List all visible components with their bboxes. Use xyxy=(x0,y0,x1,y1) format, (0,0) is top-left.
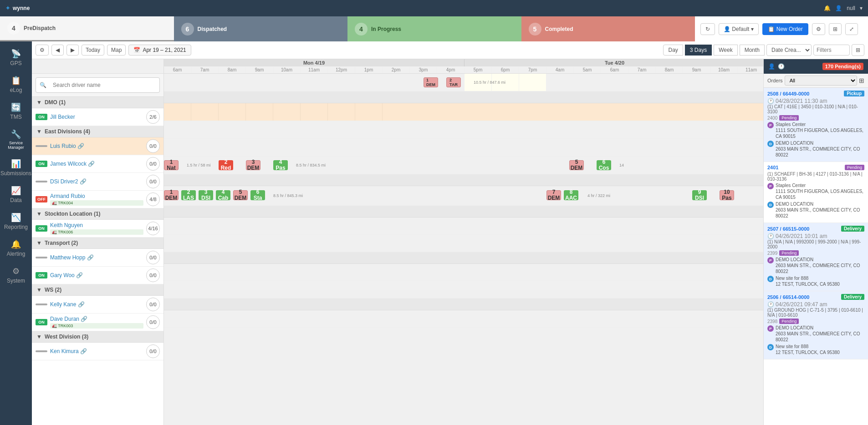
today-button[interactable]: Today xyxy=(82,45,104,56)
order-2401-id[interactable]: 2401 xyxy=(767,165,778,170)
order-2506-header: 2506 / 66514-0000 Delivery xyxy=(767,294,864,300)
collapse-icon-east[interactable]: ▼ xyxy=(36,128,42,135)
alerting-icon: 🔔 xyxy=(11,239,21,249)
sidebar-item-elog[interactable]: 📋 eLog xyxy=(0,72,32,97)
driver-name-ken[interactable]: Ken Kimura 🔗 xyxy=(50,348,143,354)
status-inprogress[interactable]: 4 In Progress xyxy=(347,16,521,41)
user-icon[interactable]: 👤 xyxy=(835,5,842,11)
order-2506-pickup: P DEMO LOCATION2603 MAIN STR., COMMERCE … xyxy=(767,325,864,343)
sidebar-item-reporting[interactable]: 📉 Reporting xyxy=(0,209,32,234)
order-2506-delivery: D New site for 88812 TEST, TURLOCK, CA 9… xyxy=(767,344,864,355)
driver-info-dsi: DSi Driver2 🔗 xyxy=(50,178,143,185)
search-area: 🔍 xyxy=(32,74,163,97)
collapse-icon-west[interactable]: ▼ xyxy=(36,334,42,340)
event-keith-1[interactable]: 1DEM xyxy=(164,190,179,200)
search-input[interactable] xyxy=(49,80,156,91)
order-2506-time: 🕐 04/26/2021 09:47 am xyxy=(767,301,864,308)
event-jill-1[interactable]: 1DEM xyxy=(424,77,438,87)
sidebar-item-service-manager[interactable]: 🔧 Service Manager xyxy=(0,126,32,153)
sidebar-item-gps[interactable]: 📡 GPS xyxy=(0,45,32,70)
columns-icon-button[interactable]: ⊞ xyxy=(829,23,842,35)
filter-button[interactable]: ⚙ xyxy=(36,45,49,56)
driver-name-gary[interactable]: Gary Woo 🔗 xyxy=(50,272,143,278)
week-view-btn[interactable]: Week xyxy=(714,45,737,56)
driver-name-matthew[interactable]: Matthew Hopp 🔗 xyxy=(50,254,143,261)
event-armand-5[interactable]: 5DEM xyxy=(569,160,584,170)
event-armand-3[interactable]: 3DEM xyxy=(246,160,260,170)
collapse-icon-stockton[interactable]: ▼ xyxy=(36,211,42,217)
filter-apply-button[interactable]: ⊞ xyxy=(852,44,864,56)
settings-icon-button[interactable]: ⚙ xyxy=(812,23,825,35)
order-2508-header: 2508 / 66449-0000 Pickup xyxy=(767,91,864,96)
month-view-btn[interactable]: Month xyxy=(740,45,765,56)
collapse-icon-dmo[interactable]: ▼ xyxy=(36,99,42,106)
driver-name-dsi[interactable]: DSi Driver2 🔗 xyxy=(50,178,143,185)
order-2399-pending: Pending xyxy=(779,250,799,256)
driver-name-luis[interactable]: Luis Rubio 🔗 xyxy=(50,143,143,149)
event-armand-1[interactable]: 1Nat xyxy=(164,160,179,170)
delivery-text-2506: New site for 88812 TEST, TURLOCK, CA 953… xyxy=(776,344,840,355)
refresh-button[interactable]: ↻ xyxy=(700,23,715,35)
driver-info-luis: Luis Rubio 🔗 xyxy=(50,143,143,149)
timeline-scroll[interactable]: 1DEM 2TAR 10.5 hr / 847.6 mi xyxy=(164,74,763,425)
orders-filter-select[interactable]: All xyxy=(785,76,857,86)
map-button[interactable]: Map xyxy=(107,45,126,56)
collapse-icon-ws[interactable]: ▼ xyxy=(36,287,42,293)
event-keith-6[interactable]: 6Sta xyxy=(250,190,265,200)
driver-name-kelly[interactable]: Kelly Kane 🔗 xyxy=(50,301,143,308)
three-days-view-btn[interactable]: 3 Days xyxy=(685,45,712,56)
driver-name-dave[interactable]: Dave Duran 🔗 xyxy=(50,316,143,322)
sidebar-label-reporting: Reporting xyxy=(4,224,28,230)
event-jill-2[interactable]: 2TAR xyxy=(446,77,461,87)
group-header-dmo: ▼ DMO (1) xyxy=(32,97,163,108)
default-button[interactable]: 👤 Default ▾ xyxy=(719,23,759,35)
day-view-btn[interactable]: Day xyxy=(663,45,683,56)
event-keith-9[interactable]: 9DSI xyxy=(692,190,707,200)
chevron-down-icon[interactable]: ▾ xyxy=(860,5,863,11)
dispatched-count: 6 xyxy=(181,23,194,35)
event-keith-4[interactable]: 4Cab xyxy=(216,190,230,200)
driver-name-james[interactable]: James Wilcock 🔗 xyxy=(50,161,143,167)
left-sidebar: 📡 GPS 📋 eLog 🔄 TMS 🔧 Service Manager 📊 S… xyxy=(0,41,32,425)
date-range-text: Apr 19 – 21, 2021 xyxy=(143,47,186,53)
event-keith-2[interactable]: 2LAS xyxy=(181,190,196,200)
expand-icon-button[interactable]: ⤢ xyxy=(845,23,858,35)
status-dispatched[interactable]: 6 Dispatched xyxy=(174,16,348,41)
event-armand-4[interactable]: 4Pas xyxy=(273,160,288,170)
event-keith-5[interactable]: 5DEM xyxy=(233,190,248,200)
orders-filter-button[interactable]: ⊞ xyxy=(859,77,864,84)
event-keith-10[interactable]: 10Pas xyxy=(720,190,734,200)
sidebar-label-gps: GPS xyxy=(10,60,21,66)
status-predispatch[interactable]: 4 PreDispatch xyxy=(0,16,174,41)
sidebar-item-system[interactable]: ⚙ System xyxy=(0,263,32,288)
driver-name-jill[interactable]: Jill Becker xyxy=(50,114,143,120)
sidebar-item-tms[interactable]: 🔄 TMS xyxy=(0,99,32,124)
new-order-button[interactable]: 📋 New Order xyxy=(762,23,808,35)
event-armand-6[interactable]: 6Cos xyxy=(597,160,611,170)
pending-count: 170 Pending(s) xyxy=(822,63,863,70)
notify-icon[interactable]: 🔔 xyxy=(824,5,831,11)
sidebar-item-alerting[interactable]: 🔔 Alerting xyxy=(0,236,32,261)
order-2506-id[interactable]: 2506 / 66514-0000 xyxy=(767,294,809,300)
order-2508-id[interactable]: 2508 / 66449-0000 xyxy=(767,91,809,96)
order-2507-id[interactable]: 2507 / 66515-0000 xyxy=(767,226,809,232)
sidebar-item-data[interactable]: 📈 Data xyxy=(0,182,32,207)
driver-name-keith[interactable]: Keith Nguyen xyxy=(50,222,143,228)
driver-name-armand[interactable]: Armand Rubio xyxy=(50,193,143,199)
event-keith-3[interactable]: 3DSI xyxy=(199,190,213,200)
prev-button[interactable]: ◀ xyxy=(51,45,64,56)
event-keith-8[interactable]: 8AAC xyxy=(564,190,578,200)
driver-status-jill: ON xyxy=(36,114,47,120)
date-created-select[interactable]: Date Crea... xyxy=(766,44,812,56)
next-button[interactable]: ▶ xyxy=(66,45,79,56)
event-armand-2[interactable]: 2Red xyxy=(219,160,233,170)
sidebar-item-submissions[interactable]: 📊 Submissions xyxy=(0,155,32,180)
status-completed[interactable]: 5 Completed xyxy=(521,16,695,41)
orders-list[interactable]: 2508 / 66449-0000 Pickup 🕐 04/28/2021 11… xyxy=(764,88,868,425)
pickup-icon-2507: P xyxy=(767,257,774,263)
group-header-transport: ▼ Transport (2) xyxy=(32,238,163,249)
filters-input[interactable] xyxy=(813,45,850,56)
collapse-icon-transport[interactable]: ▼ xyxy=(36,240,42,246)
event-keith-7[interactable]: 7DEM xyxy=(546,190,561,200)
order-2507-delivery: D New site for 88812 TEST, TURLOCK, CA 9… xyxy=(767,275,864,287)
